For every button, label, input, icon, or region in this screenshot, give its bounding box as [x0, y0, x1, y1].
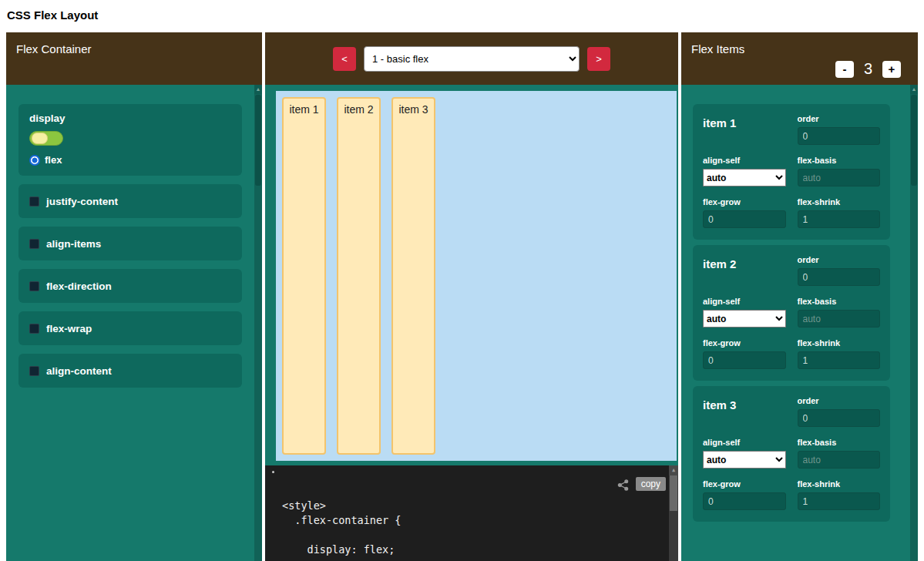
flex-basis-input[interactable]: [798, 169, 881, 186]
item-count: 3: [864, 60, 872, 78]
flex-shrink-field: flex-shrink: [798, 338, 881, 369]
prev-scenario-button[interactable]: <: [333, 47, 356, 71]
flex-direction-label: flex-direction: [46, 280, 112, 292]
align-items-label: align-items: [46, 238, 101, 250]
preview-item-1: item 1: [282, 97, 326, 455]
left-scrollbar[interactable]: ▲: [254, 85, 262, 561]
flex-container-title: Flex Container: [16, 42, 92, 55]
order-input[interactable]: [798, 409, 881, 427]
flex-grow-field: flex-grow: [703, 197, 786, 228]
display-panel: display flex: [18, 104, 242, 176]
copy-button[interactable]: copy: [636, 477, 666, 491]
align-self-field: align-self auto: [703, 438, 786, 469]
code-scrollbar[interactable]: ▲: [669, 465, 678, 561]
order-field: order: [798, 255, 881, 286]
order-input[interactable]: [798, 127, 881, 145]
align-content-checkbox[interactable]: [29, 366, 39, 376]
order-label: order: [798, 114, 881, 123]
display-flex-radio-label: flex: [45, 154, 62, 166]
flex-direction-checkbox[interactable]: [29, 281, 39, 291]
flex-preview-area: item 1 item 2 item 3: [276, 91, 677, 461]
preview-wrapper: item 1 item 2 item 3: [265, 85, 678, 465]
align-self-select[interactable]: auto: [703, 451, 786, 469]
display-toggle-knob: [32, 133, 48, 144]
flex-basis-field: flex-basis: [798, 297, 881, 328]
scroll-up-icon[interactable]: ▲: [910, 85, 918, 94]
display-label: display: [29, 113, 231, 124]
page-title: CSS Flex Layout: [0, 0, 924, 32]
scenario-select[interactable]: 1 - basic flex: [364, 46, 580, 72]
flex-wrap-checkbox[interactable]: [29, 324, 39, 334]
code-scrollbar-thumb[interactable]: [670, 475, 677, 511]
preview-item-3: item 3: [391, 97, 435, 455]
flex-shrink-input[interactable]: [798, 351, 881, 369]
scroll-up-icon[interactable]: ▲: [669, 465, 678, 475]
scroll-up-icon[interactable]: ▲: [254, 85, 262, 94]
flex-grow-input[interactable]: [703, 492, 786, 510]
flex-basis-label: flex-basis: [798, 297, 881, 306]
align-self-field: align-self auto: [703, 156, 786, 186]
code-panel: copy <style> .flex-container { display: …: [265, 465, 678, 561]
order-label: order: [798, 396, 881, 405]
left-scrollbar-thumb[interactable]: [255, 95, 261, 186]
right-scrollbar[interactable]: ▲: [910, 85, 918, 561]
flex-items-header: Flex Items - 3 +: [681, 32, 918, 85]
align-self-label: align-self: [703, 297, 786, 306]
justify-content-checkbox[interactable]: [29, 197, 39, 207]
display-flex-radio[interactable]: [29, 155, 40, 166]
flex-basis-label: flex-basis: [798, 438, 881, 447]
item-panel-1: item 1 order align-self auto flex-basis: [693, 104, 890, 240]
scenario-header: < 1 - basic flex >: [265, 32, 678, 85]
right-scrollbar-thumb[interactable]: [911, 95, 917, 186]
item-panel-3: item 3 order align-self auto flex-basis: [693, 386, 890, 522]
option-panel-justify-content: justify-content: [18, 184, 242, 218]
preview-column: < 1 - basic flex > item 1 item 2 item 3: [265, 32, 678, 561]
option-panel-align-items: align-items: [18, 227, 242, 260]
flex-grow-field: flex-grow: [703, 338, 786, 369]
display-toggle[interactable]: [29, 131, 63, 146]
code-line: [282, 528, 678, 543]
flex-basis-field: flex-basis: [798, 438, 881, 469]
flex-grow-label: flex-grow: [703, 338, 786, 348]
flex-basis-label: flex-basis: [798, 156, 881, 165]
align-items-checkbox[interactable]: [29, 239, 39, 249]
flex-grow-label: flex-grow: [703, 197, 786, 207]
share-icon[interactable]: [617, 479, 629, 494]
preview-item-2: item 2: [337, 97, 381, 455]
order-input[interactable]: [798, 268, 881, 286]
flex-container-header: Flex Container: [6, 32, 262, 85]
code-listing: <style> .flex-container { display: flex;: [265, 465, 678, 557]
flex-basis-input[interactable]: [798, 451, 881, 469]
code-bullet-dot: [272, 471, 274, 473]
flex-shrink-input[interactable]: [798, 210, 881, 228]
remove-item-button[interactable]: -: [835, 61, 854, 78]
align-self-select[interactable]: auto: [703, 310, 786, 328]
next-scenario-button[interactable]: >: [587, 47, 610, 71]
flex-shrink-label: flex-shrink: [798, 479, 881, 489]
item-panel-title: item 2: [703, 255, 786, 286]
flex-shrink-label: flex-shrink: [798, 197, 881, 207]
flex-grow-input[interactable]: [703, 351, 786, 369]
flex-shrink-field: flex-shrink: [798, 479, 881, 510]
flex-shrink-field: flex-shrink: [798, 197, 881, 228]
flex-wrap-label: flex-wrap: [46, 323, 92, 334]
item-panel-title: item 3: [703, 396, 786, 427]
flex-items-body: item 1 order align-self auto flex-basis: [681, 85, 918, 561]
flex-basis-input[interactable]: [798, 310, 881, 328]
option-panel-flex-direction: flex-direction: [18, 269, 242, 303]
align-self-label: align-self: [703, 438, 786, 447]
flex-shrink-input[interactable]: [798, 492, 881, 510]
app-layout: Flex Container display flex justify-cont…: [0, 32, 924, 561]
add-item-button[interactable]: +: [882, 61, 901, 78]
justify-content-label: justify-content: [46, 196, 118, 207]
flex-shrink-label: flex-shrink: [798, 338, 881, 348]
item-panel-title: item 1: [703, 114, 786, 145]
flex-container-body: display flex justify-content align-item: [6, 85, 262, 561]
flex-items-column: Flex Items - 3 + item 1 order align-self: [681, 32, 918, 561]
code-line: <style>: [282, 499, 678, 513]
flex-grow-label: flex-grow: [703, 479, 786, 489]
order-field: order: [798, 396, 881, 427]
option-panel-align-content: align-content: [18, 354, 242, 388]
align-self-select[interactable]: auto: [703, 169, 786, 186]
flex-grow-input[interactable]: [703, 210, 786, 228]
